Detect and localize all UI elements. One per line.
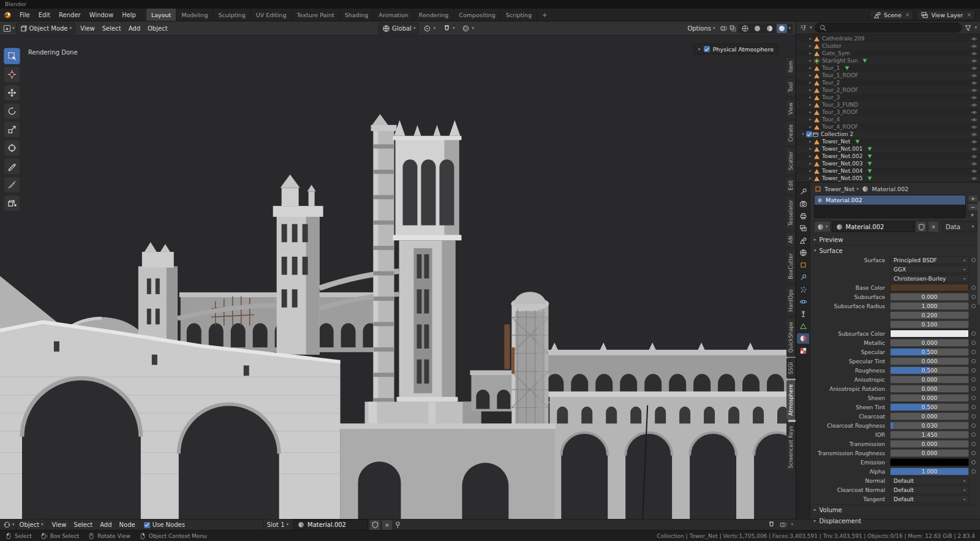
prop-dropdown-default[interactable]: Default▾ — [890, 486, 969, 494]
sidebar-tab-screencast-keys[interactable]: Screencast Keys — [786, 422, 796, 472]
hide-toggle-eye-icon[interactable] — [971, 50, 978, 57]
browse-material-button[interactable]: ▾ — [814, 221, 831, 232]
properties-tab-modifiers[interactable] — [797, 272, 809, 282]
show-gizmo-icon[interactable] — [720, 25, 728, 32]
outliner-item-tower-net-003[interactable]: ▸Tower_Net.003 — [796, 160, 980, 167]
slot-specials-button[interactable]: ▾ — [968, 212, 977, 218]
decorator-dot[interactable] — [969, 405, 978, 409]
material-selector[interactable]: Material.002 — [293, 520, 368, 531]
material-slot-list[interactable]: Material.002 — [814, 195, 966, 218]
decorator-dot[interactable] — [969, 286, 978, 290]
hide-toggle-eye-icon[interactable] — [971, 80, 978, 86]
prop-slider-alpha[interactable]: 1.000 — [890, 467, 969, 475]
decorator-dot[interactable] — [969, 368, 978, 373]
decorator-dot[interactable] — [969, 350, 978, 354]
outliner-item-tour-2[interactable]: ▸Tour_2 — [796, 79, 980, 86]
menu-render[interactable]: Render — [55, 9, 85, 21]
decorator-dot[interactable] — [969, 359, 978, 363]
search-input[interactable] — [829, 24, 958, 31]
prop-value-field-ior[interactable]: 1.450 — [890, 431, 969, 439]
menu-window[interactable]: Window — [85, 9, 118, 21]
shader-menu-select[interactable]: Select — [70, 521, 96, 528]
hide-toggle-eye-icon[interactable] — [971, 116, 978, 123]
shading-material-button[interactable] — [764, 24, 775, 33]
decorator-dot[interactable] — [969, 469, 978, 474]
disclosure-triangle[interactable]: ▸ — [807, 35, 813, 42]
prop-value-field-subsurface-radius[interactable]: 1.000 — [890, 302, 969, 310]
hide-toggle-eye-icon[interactable] — [971, 161, 978, 167]
prop-dropdown-christensen-burley[interactable]: Christensen-Burley▾ — [890, 274, 969, 282]
panel-header-preview[interactable]: ▸ Preview — [814, 234, 978, 244]
hide-toggle-eye-icon[interactable] — [971, 65, 978, 72]
prop-slider-anisotropic-rotation[interactable]: 0.000 — [890, 385, 969, 393]
hide-toggle-eye-icon[interactable] — [971, 168, 978, 175]
sidebar-tab-quickshape[interactable]: QuickShape — [786, 317, 796, 357]
workspace-tab-modeling[interactable]: Modeling — [176, 9, 213, 21]
hide-toggle-eye-icon[interactable] — [971, 94, 978, 101]
tool-select-box-button[interactable] — [4, 48, 20, 64]
disclosure-triangle[interactable]: ▸ — [807, 167, 813, 175]
material-slot-material-002[interactable]: Material.002 — [815, 195, 965, 205]
properties-tab-tool[interactable] — [797, 186, 809, 197]
remove-slot-button[interactable]: − — [968, 203, 978, 211]
prop-slider-clearcoat[interactable]: 0.000 — [890, 412, 969, 420]
viewport-menu-select[interactable]: Select — [99, 25, 125, 32]
add-workspace-button[interactable]: + — [537, 9, 552, 21]
outliner-item-gate-sym[interactable]: ▸Gate_Sym — [796, 50, 980, 57]
view-layer-selector[interactable]: View Layer × — [917, 10, 975, 20]
sidebar-tab-boxcutter[interactable]: BoxCutter — [786, 249, 796, 284]
xray-toggle-icon[interactable] — [729, 25, 737, 32]
tool-scale-button[interactable] — [4, 121, 20, 138]
unlink-button[interactable]: × — [928, 221, 939, 232]
workspace-tab-scripting[interactable]: Scripting — [501, 9, 537, 21]
transform-orientation-dropdown[interactable]: Global ▾ — [379, 23, 419, 34]
panel-header-surface[interactable]: ▾ Surface — [814, 245, 978, 255]
sidebar-tab-tool[interactable]: Tool — [786, 78, 796, 97]
decorator-dot[interactable] — [969, 423, 978, 428]
decorator-dot[interactable] — [969, 341, 978, 345]
slot-dropdown[interactable]: Slot 1▾ — [263, 519, 292, 531]
tool-move-button[interactable] — [4, 85, 20, 101]
disclosure-triangle[interactable]: ▸ — [807, 108, 813, 116]
prop-dropdown-principled-bsdf[interactable]: Principled BSDF▾ — [890, 256, 969, 264]
disclosure-triangle[interactable]: ▸ — [807, 116, 813, 123]
shader-menu-view[interactable]: View — [48, 521, 70, 528]
workspace-tab-shading[interactable]: Shading — [340, 9, 374, 21]
prop-slider-transmission[interactable]: 0.000 — [890, 440, 969, 448]
panel-header-displacement[interactable]: ▸ Displacement — [814, 515, 978, 526]
viewport-menu-add[interactable]: Add — [125, 25, 144, 32]
mode-dropdown[interactable]: Object Mode ▾ — [16, 23, 76, 34]
disclosure-triangle[interactable]: ▸ — [807, 64, 813, 72]
properties-tab-physics[interactable] — [797, 297, 809, 307]
blender-logo-icon[interactable] — [4, 9, 12, 21]
hide-toggle-eye-icon[interactable] — [971, 87, 978, 94]
hide-toggle-eye-icon[interactable] — [971, 153, 978, 160]
decorator-dot[interactable] — [969, 451, 978, 455]
outliner-item-tour-4[interactable]: ▸Tour_4 — [796, 116, 980, 123]
shading-wireframe-button[interactable] — [740, 24, 750, 33]
disclosure-triangle[interactable]: ▸ — [807, 153, 813, 160]
pin-icon[interactable] — [394, 521, 402, 529]
hide-toggle-eye-icon[interactable] — [971, 102, 978, 108]
use-nodes-checkbox[interactable] — [144, 522, 150, 528]
hide-toggle-eye-icon[interactable] — [971, 131, 978, 138]
decorator-dot[interactable] — [969, 442, 978, 446]
3d-viewport[interactable]: Rendering Done ▸ Physical Atmosphere Ite… — [0, 36, 796, 519]
fake-user-button[interactable] — [916, 221, 927, 232]
properties-tab-scene[interactable] — [797, 235, 809, 246]
snapping-toggle[interactable]: ▾ — [440, 23, 458, 34]
prop-slider-clearcoat-roughness[interactable]: 0.030 — [890, 422, 969, 429]
disclosure-triangle[interactable]: ▸ — [807, 50, 813, 57]
outliner-item-tour-1-roof[interactable]: ▸Tour_1_ROOF — [796, 72, 980, 79]
hide-toggle-eye-icon[interactable] — [971, 72, 978, 79]
outliner-item-tower-net-005[interactable]: ▸Tower_Net.005 — [796, 175, 980, 182]
prop-value-field-0-200[interactable]: 0.200 — [890, 311, 969, 319]
hide-toggle-eye-icon[interactable] — [971, 138, 978, 145]
decorator-dot[interactable] — [969, 304, 978, 308]
decorator-dot[interactable] — [969, 396, 978, 400]
outliner-item-tower-net[interactable]: ▸Tower_Net — [796, 138, 980, 145]
editor-type-icon[interactable] — [3, 521, 11, 529]
outliner-item-tour-1[interactable]: ▸Tour_1 — [796, 64, 980, 72]
outliner-item-tour-4-roof[interactable]: ▸Tour_4_ROOF — [796, 123, 980, 131]
properties-tab-material[interactable] — [797, 333, 809, 344]
